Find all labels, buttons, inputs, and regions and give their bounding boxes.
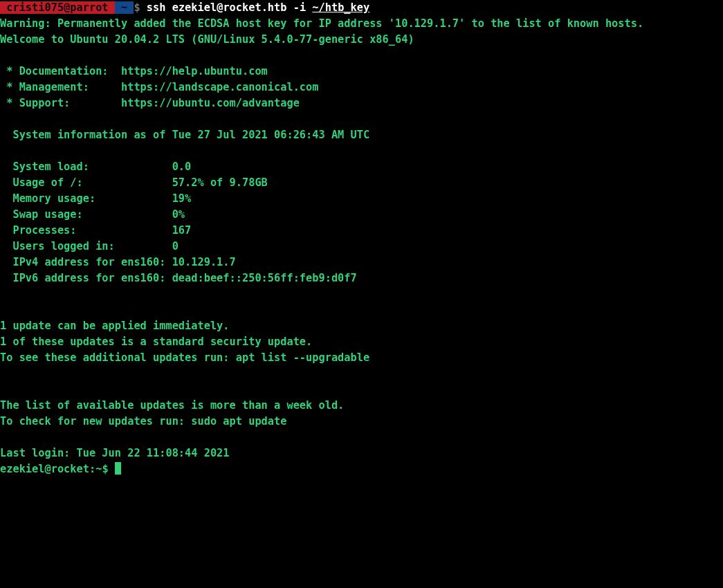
motd-doc: * Documentation: https://help.ubuntu.com — [0, 65, 268, 77]
prompt-cwd: ~ — [115, 1, 134, 14]
blank-line — [0, 431, 6, 443]
sys-proc: Processes: 167 — [0, 224, 191, 237]
sysinfo-header: System information as of Tue 27 Jul 2021… — [0, 129, 369, 141]
blank-line — [0, 145, 6, 157]
sys-load: System load: 0.0 — [0, 160, 191, 173]
blank-line — [0, 304, 6, 316]
remote-prompt-colon: : — [89, 463, 95, 475]
prompt-user-host: cristi075@parrot — [0, 1, 115, 14]
cmd-target: ezekiel@rocket.htb -i — [172, 1, 313, 14]
blank-line — [0, 49, 6, 62]
oldlist-line2: To check for new updates run: sudo apt u… — [0, 415, 286, 428]
blank-line — [0, 367, 6, 380]
cmd-keyfile: ~/htb_key — [312, 1, 369, 14]
motd-warning: Warning: Permanently added the ECDSA hos… — [0, 17, 643, 30]
motd-welcome: Welcome to Ubuntu 20.04.2 LTS (GNU/Linux… — [0, 33, 414, 46]
blank-line — [0, 383, 6, 396]
cursor[interactable] — [115, 462, 121, 475]
terminal[interactable]: cristi075@parrot ~ $ ssh ezekiel@rocket.… — [0, 0, 723, 477]
sys-mem: Memory usage: 19% — [0, 192, 191, 205]
remote-prompt-dollar: $ — [102, 463, 114, 475]
sys-ipv6: IPv6 address for ens160: dead:beef::250:… — [0, 272, 357, 284]
last-login: Last login: Tue Jun 22 11:08:44 2021 — [0, 447, 230, 459]
blank-line — [0, 113, 6, 125]
prompt-dollar: $ — [134, 1, 140, 14]
updates-line3: To see these additional updates run: apt… — [0, 351, 369, 364]
blank-line — [0, 288, 6, 300]
motd-mgmt: * Management: https://landscape.canonica… — [0, 81, 318, 93]
motd-support: * Support: https://ubuntu.com/advantage — [0, 97, 300, 109]
sys-usage: Usage of /: 57.2% of 9.78GB — [0, 176, 268, 189]
updates-line1: 1 update can be applied immediately. — [0, 320, 230, 332]
oldlist-line1: The list of available updates is more th… — [0, 399, 344, 412]
remote-prompt-userhost: ezekiel@rocket — [0, 463, 89, 475]
cmd-space — [140, 1, 147, 14]
remote-prompt-cwd: ~ — [95, 463, 102, 475]
sys-users: Users logged in: 0 — [0, 240, 179, 252]
cmd-prefix: ssh — [147, 1, 172, 14]
updates-line2: 1 of these updates is a standard securit… — [0, 336, 312, 348]
sys-swap: Swap usage: 0% — [0, 208, 185, 221]
sys-ipv4: IPv4 address for ens160: 10.129.1.7 — [0, 256, 236, 268]
